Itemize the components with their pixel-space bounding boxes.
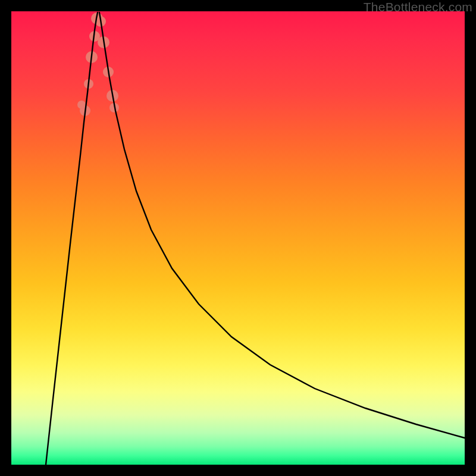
chart-frame: TheBottleneck.com	[0, 0, 476, 476]
watermark-text: TheBottleneck.com	[364, 0, 472, 14]
highlight-markers	[77, 12, 119, 116]
curve-right-branch	[99, 12, 465, 438]
marker-dot	[77, 101, 86, 109]
curve-layer	[11, 11, 465, 465]
plot-area	[11, 11, 465, 465]
